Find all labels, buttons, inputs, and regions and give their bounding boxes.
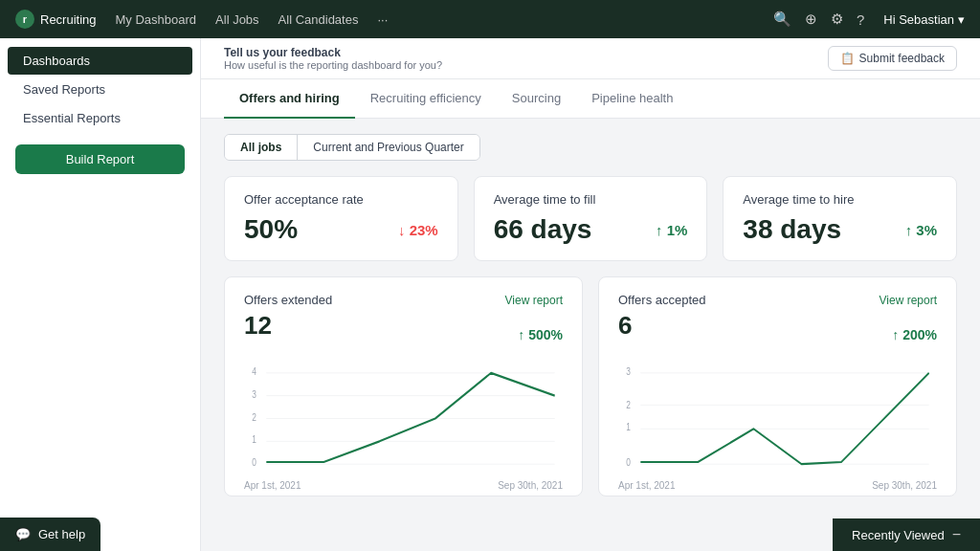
sidebar-item-essential-reports[interactable]: Essential Reports — [8, 104, 192, 132]
feedback-btn-label: Submit feedback — [859, 52, 945, 65]
svg-text:1: 1 — [626, 421, 631, 432]
nav-more[interactable]: ··· — [377, 12, 388, 27]
content-area: All jobs Current and Previous Quarter Of… — [201, 119, 980, 512]
app-name: Recruiting — [40, 12, 97, 27]
metric-title-2: Average time to hire — [743, 192, 937, 207]
chart-card-offers-accepted: Offers accepted View report 6 ↑ 200% 0 1… — [598, 276, 957, 496]
sidebar-item-saved-reports[interactable]: Saved Reports — [8, 76, 192, 103]
logo-icon: r — [15, 10, 34, 29]
chart-cards: Offers extended View report 12 ↑ 500% 0 … — [224, 276, 957, 496]
app-logo[interactable]: r Recruiting — [15, 10, 97, 29]
feedback-subtitle: How useful is the reporting dashboard fo… — [224, 59, 442, 71]
get-help-button[interactable]: 💬 Get help — [0, 518, 100, 551]
metric-value-2: 38 days — [743, 214, 841, 245]
svg-text:1: 1 — [252, 433, 256, 445]
svg-text:3: 3 — [626, 365, 631, 377]
sidebar: Dashboards Saved Reports Essential Repor… — [0, 38, 201, 551]
chart-svg-offers-accepted: 0 1 2 3 — [618, 350, 937, 474]
chart-value-0: 12 — [244, 311, 272, 341]
metric-card-avg-time-hire: Average time to hire 38 days ↑ 3% — [723, 176, 957, 261]
help-icon[interactable]: ? — [857, 11, 864, 28]
feedback-banner: Tell us your feedback How useful is the … — [201, 38, 980, 79]
chart-value-1: 6 — [618, 311, 632, 341]
svg-text:2: 2 — [626, 399, 631, 410]
metric-value-1: 66 days — [494, 214, 592, 245]
plus-icon[interactable]: ⊕ — [805, 11, 817, 28]
nav-all-jobs[interactable]: All Jobs — [215, 12, 259, 27]
main-layout: Dashboards Saved Reports Essential Repor… — [0, 38, 980, 551]
filter-toggle: All jobs Current and Previous Quarter — [224, 134, 480, 161]
filter-current-previous-quarter[interactable]: Current and Previous Quarter — [298, 135, 479, 160]
feedback-text: Tell us your feedback How useful is the … — [224, 46, 442, 71]
metric-title-0: Offer acceptance rate — [244, 192, 438, 207]
build-report-button[interactable]: Build Report — [15, 144, 185, 174]
recently-viewed-bar[interactable]: Recently Viewed − — [833, 518, 980, 551]
metric-change-1: ↑ 1% — [656, 222, 687, 238]
metric-card-avg-time-fill: Average time to fill 66 days ↑ 1% — [474, 176, 708, 261]
filter-all-jobs[interactable]: All jobs — [225, 135, 298, 160]
topnav-icons: 🔍 ⊕ ⚙ ? — [773, 11, 864, 28]
chart-x-end-0: Sep 30th, 2021 — [498, 480, 563, 491]
tab-pipeline-health[interactable]: Pipeline health — [576, 79, 688, 119]
chart-change-0: ↑ 500% — [518, 327, 563, 342]
metric-change-0: ↓ 23% — [398, 222, 438, 238]
main-content: Tell us your feedback How useful is the … — [201, 38, 980, 551]
metric-card-offer-acceptance-rate: Offer acceptance rate 50% ↓ 23% — [224, 176, 458, 261]
chart-title-1: Offers accepted — [618, 293, 706, 307]
tab-recruiting-efficiency[interactable]: Recruiting efficiency — [355, 79, 497, 119]
gear-icon[interactable]: ⚙ — [831, 11, 843, 28]
chart-x-end-1: Sep 30th, 2021 — [872, 480, 937, 491]
svg-text:0: 0 — [626, 456, 631, 468]
help-label: Get help — [38, 527, 85, 541]
tab-offers-hiring[interactable]: Offers and hiring — [224, 79, 355, 119]
svg-text:2: 2 — [252, 411, 256, 423]
recently-viewed-label: Recently Viewed — [852, 528, 945, 542]
chart-svg-offers-extended: 0 1 2 3 4 — [244, 350, 563, 474]
submit-feedback-button[interactable]: 📋 Submit feedback — [828, 46, 957, 71]
metric-value-0: 50% — [244, 214, 298, 245]
metric-change-2: ↑ 3% — [905, 222, 937, 238]
chart-x-start-1: Apr 1st, 2021 — [618, 480, 675, 491]
svg-text:0: 0 — [252, 456, 256, 468]
chart-title-0: Offers extended — [244, 293, 332, 307]
svg-text:4: 4 — [252, 365, 256, 377]
feedback-title: Tell us your feedback — [224, 46, 442, 59]
close-icon[interactable]: − — [952, 526, 961, 543]
chat-icon: 💬 — [15, 527, 31, 541]
metric-title-1: Average time to fill — [494, 192, 688, 207]
nav-my-dashboard[interactable]: My Dashboard — [116, 12, 197, 27]
view-report-link-1[interactable]: View report — [880, 294, 937, 307]
chart-x-start-0: Apr 1st, 2021 — [244, 480, 301, 491]
view-report-link-0[interactable]: View report — [505, 294, 563, 307]
chevron-down-icon: ▾ — [958, 12, 965, 27]
search-icon[interactable]: 🔍 — [773, 11, 791, 28]
user-greeting: Hi Sebastian — [883, 12, 954, 27]
sidebar-item-dashboards[interactable]: Dashboards — [8, 47, 192, 75]
svg-text:3: 3 — [252, 388, 256, 400]
user-menu[interactable]: Hi Sebastian ▾ — [883, 12, 965, 27]
feedback-icon: 📋 — [840, 52, 855, 65]
tabs-bar: Offers and hiring Recruiting efficiency … — [201, 79, 980, 119]
tab-sourcing[interactable]: Sourcing — [497, 79, 576, 119]
metric-cards: Offer acceptance rate 50% ↓ 23% Average … — [224, 176, 957, 261]
chart-change-1: ↑ 200% — [892, 327, 937, 342]
topnav: r Recruiting My Dashboard All Jobs All C… — [0, 0, 980, 38]
nav-all-candidates[interactable]: All Candidates — [278, 12, 359, 27]
chart-card-offers-extended: Offers extended View report 12 ↑ 500% 0 … — [224, 276, 583, 496]
